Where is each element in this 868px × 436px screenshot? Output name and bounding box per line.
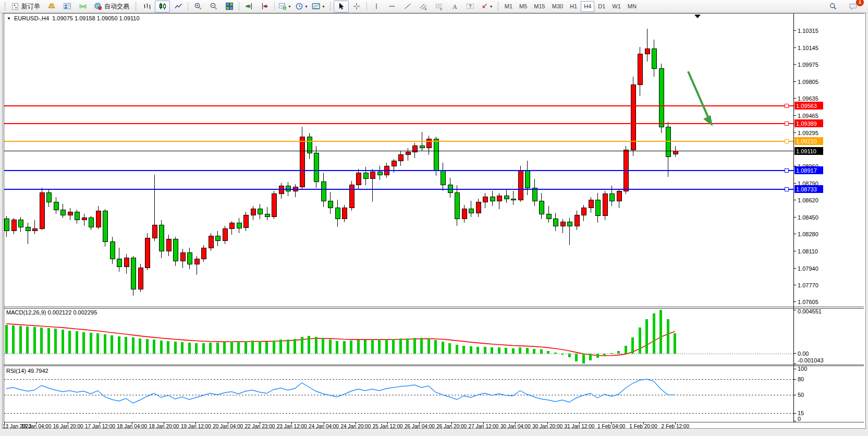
tf-button-m5[interactable]: M5 — [516, 1, 530, 12]
cursor-icon — [337, 2, 345, 10]
candle-body — [574, 215, 579, 226]
candle-body — [420, 146, 424, 148]
text-label-button[interactable]: T — [463, 1, 478, 13]
text-tool-button[interactable]: A — [447, 1, 462, 13]
candle-body — [363, 173, 368, 179]
svg-text:30 Jan 20:00: 30 Jan 20:00 — [532, 423, 563, 429]
tile-windows-button[interactable] — [222, 1, 237, 13]
chat-button[interactable]: 1 — [846, 1, 861, 13]
toolbar-separator — [274, 2, 275, 11]
autotrading-button[interactable]: 自动交易 — [91, 1, 132, 13]
fibonacci-button[interactable]: F — [432, 1, 447, 13]
candle-body — [215, 236, 220, 241]
gold-button[interactable] — [44, 1, 59, 13]
svg-text:17 Jan 12:00: 17 Jan 12:00 — [85, 423, 115, 429]
svg-text:1.08110: 1.08110 — [798, 248, 818, 255]
svg-text:1.09210: 1.09210 — [796, 138, 817, 144]
svg-text:16 Jan 04:00: 16 Jan 04:00 — [21, 423, 51, 429]
svg-text:24 Jan 20:00: 24 Jan 20:00 — [340, 423, 371, 429]
chart-snapshot-button[interactable]: ▼ — [310, 1, 327, 13]
crosshair-button[interactable] — [349, 1, 364, 13]
candle-body — [441, 171, 445, 185]
hline-handle[interactable] — [785, 104, 789, 107]
horizontal-line-button[interactable] — [385, 1, 400, 13]
candle-body — [54, 202, 58, 210]
price-axis[interactable]: 1.103151.101451.099751.098051.096351.094… — [794, 28, 818, 305]
tester-user-icon — [63, 2, 71, 10]
tf-button-h1[interactable]: H1 — [567, 1, 580, 12]
trend-arrow[interactable] — [688, 71, 713, 126]
candles-chart-button[interactable] — [155, 1, 170, 13]
candle-body — [96, 211, 101, 227]
candle-body — [532, 188, 537, 201]
toolbar-separator — [188, 2, 188, 11]
tf-button-mn[interactable]: MN — [625, 1, 640, 12]
svg-text:F: F — [441, 8, 443, 11]
chevron-down-icon[interactable]: ▼ — [288, 5, 291, 8]
svg-text:25 Jan 12:00: 25 Jan 12:00 — [373, 423, 403, 429]
candle-body — [209, 236, 213, 248]
toolbar-grip[interactable] — [4, 2, 6, 11]
candle-body — [560, 222, 565, 226]
cursor-button[interactable] — [334, 1, 349, 13]
candle-body — [138, 268, 143, 289]
chevron-down-icon[interactable]: ▼ — [322, 5, 325, 8]
candle-body — [60, 210, 65, 215]
tf-button-m30[interactable]: M30 — [549, 1, 566, 12]
shift-marker[interactable] — [694, 15, 701, 18]
candle-body — [117, 259, 121, 267]
chart-menu-icon[interactable]: ▼ — [7, 16, 11, 21]
candle-body — [525, 171, 530, 188]
equidistant-channel-button[interactable]: E — [416, 1, 431, 13]
toolbar-grip[interactable] — [329, 2, 331, 11]
candle-body — [356, 173, 361, 185]
time-axis[interactable]: 13 Jan 202316 Jan 04:0016 Jan 20:0017 Ja… — [3, 422, 689, 429]
chevron-down-icon[interactable]: ▼ — [304, 5, 308, 8]
tile-windows-icon — [225, 2, 234, 10]
candle-body — [180, 253, 185, 261]
candle-body — [300, 137, 304, 187]
svg-text:1.07940: 1.07940 — [798, 265, 818, 272]
svg-text:1.10145: 1.10145 — [798, 45, 818, 51]
svg-text:1.07605: 1.07605 — [798, 299, 818, 305]
search-button[interactable] — [825, 1, 840, 13]
candle-body — [476, 202, 481, 213]
new-chart-icon — [278, 2, 287, 10]
chart-shift-button[interactable] — [257, 1, 272, 13]
chevron-down-icon[interactable]: ▼ — [490, 5, 493, 8]
arrows-tool-button[interactable]: ▼ — [479, 1, 495, 13]
candle-body — [40, 193, 44, 229]
hline-handle[interactable] — [785, 122, 789, 125]
trendline-button[interactable] — [400, 1, 415, 13]
zoom-out-button[interactable] — [206, 1, 221, 13]
candle-body — [75, 212, 79, 220]
svg-text:1.09805: 1.09805 — [798, 79, 818, 85]
svg-text:27 Jan 12:00: 27 Jan 12:00 — [469, 423, 499, 429]
tf-button-d1[interactable]: D1 — [595, 1, 608, 12]
profiles-clock-button[interactable]: ▼ — [294, 1, 310, 13]
line-chart-button[interactable] — [170, 1, 186, 13]
toolbar-grip[interactable] — [497, 2, 499, 11]
tf-button-h4[interactable]: H4 — [581, 1, 594, 12]
chart-canvas[interactable]: 1.103151.101451.099751.098051.096351.094… — [0, 0, 868, 436]
tf-button-w1[interactable]: W1 — [609, 1, 624, 12]
new-order-button[interactable]: 新订单 — [8, 1, 43, 13]
svg-text:1.07770: 1.07770 — [798, 282, 818, 288]
candle-body — [497, 196, 502, 201]
svg-text:20 Jan 04:00: 20 Jan 04:00 — [213, 423, 243, 429]
candle-body — [539, 201, 544, 214]
rsi-label: RSI(14) 49.7942 — [6, 368, 48, 374]
strategy-tester-button[interactable] — [59, 1, 75, 13]
zoom-in-button[interactable] — [190, 1, 205, 13]
hline-handle[interactable] — [785, 139, 789, 143]
toolbar-grip[interactable] — [135, 2, 137, 11]
tf-button-m1[interactable]: M1 — [502, 1, 516, 12]
bars-chart-button[interactable] — [139, 1, 154, 13]
hline-handle[interactable] — [785, 187, 789, 191]
new-chart-button[interactable]: ▼ — [277, 1, 293, 13]
signals-button[interactable] — [75, 1, 90, 13]
auto-scroll-button[interactable] — [241, 1, 256, 13]
hline-handle[interactable] — [785, 168, 789, 172]
tf-button-m15[interactable]: M15 — [531, 1, 548, 12]
vertical-line-button[interactable] — [369, 1, 384, 13]
